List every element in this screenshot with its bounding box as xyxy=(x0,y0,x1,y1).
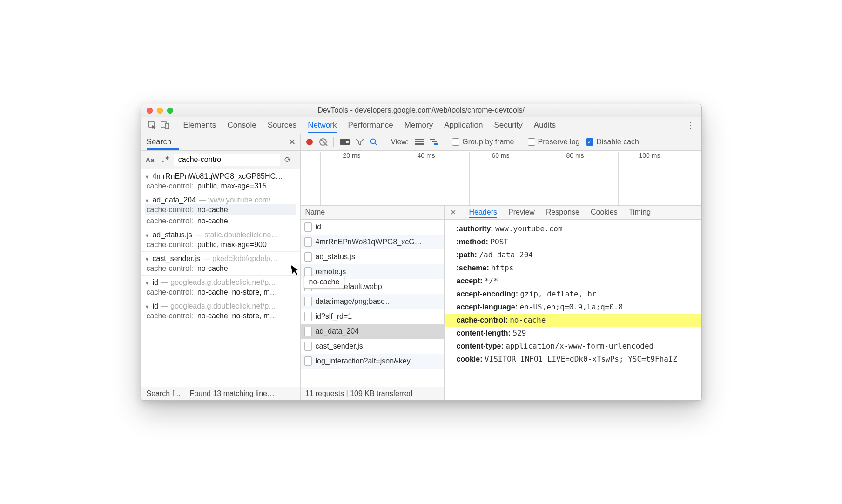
filter-icon[interactable] xyxy=(356,139,364,145)
result-origin: — googleads.g.doubleclick.net/p… xyxy=(161,302,276,310)
device-toolbar-icon[interactable] xyxy=(159,121,172,129)
devtools-window: DevTools - developers.google.com/web/too… xyxy=(141,104,702,401)
result-file-header[interactable]: ▼cast_sender.js — pkedcjkdefgpdelp… xyxy=(145,255,296,263)
header-key: :method: xyxy=(457,238,488,246)
tab-application[interactable]: Application xyxy=(444,117,483,133)
search-panel: Search ✕ Aa .* ⟳ ▼4mrRnEPnWo81qWPG8_xcGP… xyxy=(141,134,301,400)
match-case-toggle[interactable]: Aa xyxy=(144,156,156,164)
header-key: content-type: xyxy=(457,342,504,350)
request-row[interactable]: 4mrRnEPnWo81qWPG8_xcG… xyxy=(301,235,444,249)
caret-down-icon: ▼ xyxy=(145,198,150,203)
search-result-group: ▼cast_sender.js — pkedcjkdefgpdelp…cache… xyxy=(141,252,300,276)
request-row[interactable]: cast_sender.js xyxy=(301,339,444,354)
result-file-header[interactable]: ▼id — googleads.g.doubleclick.net/p… xyxy=(145,302,296,310)
tab-audits[interactable]: Audits xyxy=(534,117,556,133)
large-rows-icon[interactable] xyxy=(415,139,424,145)
result-file-header[interactable]: ▼4mrRnEPnWo81qWPG8_xcGP85HC… xyxy=(145,172,296,181)
detail-tab-headers[interactable]: Headers xyxy=(469,206,497,218)
header-value: POST xyxy=(490,237,508,246)
result-line[interactable]: cache-control: no-cache xyxy=(145,204,296,215)
tab-memory[interactable]: Memory xyxy=(404,117,433,133)
close-icon[interactable]: ✕ xyxy=(289,137,296,147)
result-line[interactable]: cache-control: public, max-age=315… xyxy=(145,181,296,192)
tab-performance[interactable]: Performance xyxy=(348,117,393,133)
svg-rect-12 xyxy=(434,143,438,145)
caret-down-icon: ▼ xyxy=(145,280,150,286)
timeline-overview[interactable]: 20 ms40 ms60 ms80 ms100 ms xyxy=(301,151,701,206)
request-name: remote.js xyxy=(316,268,346,276)
close-icon[interactable] xyxy=(147,108,153,114)
status-left: Search fi… xyxy=(147,390,183,398)
minimize-icon[interactable] xyxy=(157,108,163,114)
more-options-icon[interactable]: ⋮ xyxy=(686,120,695,130)
result-file-header[interactable]: ▼ad_data_204 — www.youtube.com/… xyxy=(145,196,296,204)
svg-rect-10 xyxy=(430,139,435,140)
caret-down-icon: ▼ xyxy=(145,174,150,180)
request-row[interactable]: id xyxy=(301,220,444,235)
group-by-frame-checkbox[interactable]: Group by frame xyxy=(452,138,514,146)
request-row[interactable]: id?slf_rd=1 xyxy=(301,309,444,324)
search-result-group: ▼ad_status.js — static.doubleclick.ne…ca… xyxy=(141,228,300,252)
header-value: www.youtube.com xyxy=(495,224,563,233)
result-line[interactable]: cache-control: no-cache xyxy=(145,263,296,274)
request-row[interactable]: ad_status.js xyxy=(301,249,444,264)
capture-screenshots-icon[interactable] xyxy=(340,139,350,145)
timeline-tick-label: 60 ms xyxy=(492,152,509,159)
detail-tab-response[interactable]: Response xyxy=(546,206,579,218)
record-icon[interactable] xyxy=(306,139,313,145)
request-row[interactable]: log_interaction?alt=json&key… xyxy=(301,354,444,369)
search-input[interactable] xyxy=(174,154,280,166)
preserve-log-checkbox[interactable]: Preserve log xyxy=(528,138,580,146)
network-panel: View: Group by frame Preserve log ✓Disab… xyxy=(301,134,701,400)
request-list: id4mrRnEPnWo81qWPG8_xcG…ad_status.jsremo… xyxy=(301,220,444,387)
tab-console[interactable]: Console xyxy=(227,117,256,133)
refresh-icon[interactable]: ⟳ xyxy=(284,155,291,165)
tab-network[interactable]: Network xyxy=(308,117,337,133)
header-key: accept-encoding: xyxy=(457,290,518,298)
maximize-icon[interactable] xyxy=(167,108,173,114)
result-file-name: id xyxy=(152,278,158,287)
header-row: :path: /ad_data_204 xyxy=(457,249,701,262)
result-line[interactable]: cache-control: no-cache xyxy=(145,215,296,227)
svg-rect-9 xyxy=(415,143,424,145)
tab-security[interactable]: Security xyxy=(494,117,522,133)
request-row[interactable]: ad_data_204 xyxy=(301,324,444,339)
svg-point-5 xyxy=(370,139,375,144)
request-row[interactable]: data:image/png;base… xyxy=(301,294,444,309)
clear-icon[interactable] xyxy=(319,138,327,146)
request-name-column: Name id4mrRnEPnWo81qWPG8_xcG…ad_status.j… xyxy=(301,206,445,400)
detail-tab-cookies[interactable]: Cookies xyxy=(591,206,618,218)
search-icon[interactable] xyxy=(370,138,377,146)
tooltip: no-cache xyxy=(304,276,345,289)
header-key: content-length: xyxy=(457,329,511,337)
tab-elements[interactable]: Elements xyxy=(183,117,216,133)
result-origin: — pkedcjkdefgpdelp… xyxy=(203,255,278,263)
result-file-header[interactable]: ▼id — googleads.g.doubleclick.net/p… xyxy=(145,278,296,287)
svg-line-6 xyxy=(375,143,377,146)
header-row: :authority: www.youtube.com xyxy=(457,222,701,235)
name-column-header[interactable]: Name xyxy=(301,206,444,220)
detail-tab-timing[interactable]: Timing xyxy=(629,206,651,218)
file-icon xyxy=(304,327,312,336)
result-line[interactable]: cache-control: no-cache, no-store, m… xyxy=(145,287,296,298)
detail-tab-preview[interactable]: Preview xyxy=(508,206,535,218)
result-line[interactable]: cache-control: no-cache, no-store, m… xyxy=(145,310,296,322)
header-row: cache-control: no-cache xyxy=(445,314,701,327)
inspect-element-icon[interactable] xyxy=(146,121,159,129)
file-icon xyxy=(304,342,312,351)
request-details: ✕ HeadersPreviewResponseCookiesTiming :a… xyxy=(445,206,701,400)
header-key: :scheme: xyxy=(457,264,489,272)
regex-toggle[interactable]: .* xyxy=(161,155,169,164)
file-icon xyxy=(304,267,312,276)
waterfall-icon[interactable] xyxy=(430,139,438,145)
result-line[interactable]: cache-control: public, max-age=900 xyxy=(145,239,296,250)
close-details-icon[interactable]: ✕ xyxy=(450,208,456,217)
svg-rect-2 xyxy=(165,123,169,129)
caret-down-icon: ▼ xyxy=(145,233,150,238)
request-name: cast_sender.js xyxy=(316,342,363,350)
disable-cache-checkbox[interactable]: ✓Disable cach xyxy=(586,138,639,146)
result-file-header[interactable]: ▼ad_status.js — static.doubleclick.ne… xyxy=(145,231,296,239)
header-row: accept-language: en-US,en;q=0.9,la;q=0.8 xyxy=(457,301,701,314)
tab-sources[interactable]: Sources xyxy=(268,117,296,133)
file-icon xyxy=(304,356,312,366)
